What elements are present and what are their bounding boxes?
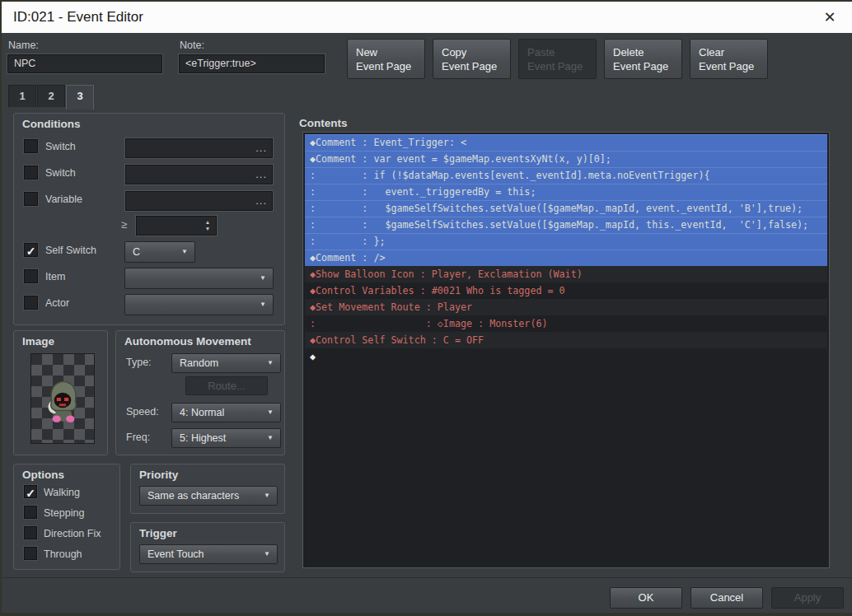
new-event-page-button[interactable]: New Event Page [347, 39, 425, 79]
event-command-row[interactable]: ◆Show Balloon Icon : Player, Exclamation… [305, 266, 827, 282]
movement-speed-select[interactable]: 4: Normal ▼ [171, 403, 281, 422]
name-input[interactable]: NPC [7, 54, 163, 74]
ellipsis-icon[interactable]: ... [255, 191, 267, 210]
ellipsis-icon[interactable]: ... [255, 138, 267, 157]
variable-label: Variable [45, 194, 82, 205]
window-title: ID:021 - Event Editor [13, 2, 143, 33]
button-label: Event Page [613, 60, 668, 72]
event-command-row[interactable]: ◆Comment : /> [305, 250, 827, 266]
button-label: Event Page [527, 60, 583, 72]
event-command-row[interactable]: : : event._triggeredBy = this; [305, 184, 827, 200]
options-group: Options Walking Stepping Direction Fix T… [13, 464, 120, 570]
button-label: Paste [527, 46, 555, 58]
event-command-list[interactable]: ◆Comment : Event_Trigger: < ◆Comment : v… [302, 132, 830, 568]
event-command-row[interactable]: : : }; [305, 233, 827, 250]
priority-title: Priority [139, 469, 178, 481]
spin-up-icon[interactable]: ▲ [205, 219, 210, 226]
actor-checkbox[interactable] [24, 296, 38, 310]
button-label: New [356, 46, 377, 58]
button-label: Event Page [356, 60, 411, 72]
spinner-arrows[interactable]: ▲ ▼ [203, 217, 213, 234]
note-input[interactable]: <eTrigger:true> [178, 54, 325, 74]
trigger-title: Trigger [139, 527, 177, 539]
button-label: Clear [699, 46, 724, 58]
route-button: Route... [185, 376, 268, 395]
event-command-row[interactable]: ◆Set Movement Route : Player [305, 299, 827, 315]
event-command-row[interactable]: ◆ [305, 348, 827, 365]
button-label: Event Page [442, 60, 497, 72]
event-command-row[interactable]: : : $gameSelfSwitches.setValue([$gameMap… [305, 217, 827, 233]
through-label: Through [44, 548, 82, 560]
chevron-down-icon: ▼ [267, 354, 274, 372]
switch1-label: Switch [45, 141, 76, 152]
item-checkbox[interactable] [24, 269, 38, 283]
self-switch-value: C [133, 246, 140, 258]
conditions-group: Conditions Switch ... Switch ... Variabl… [13, 113, 285, 325]
screen: ID:021 - Event Editor ✕ Name: NPC Note: … [0, 0, 852, 616]
event-command-row[interactable]: ◆Control Self Switch : C = OFF [305, 332, 827, 348]
event-command-row[interactable]: ◆Control Variables : #0021 Who is tagged… [305, 282, 827, 299]
chevron-down-icon: ▼ [267, 429, 274, 447]
movement-freq-select[interactable]: 5: Highest ▼ [171, 428, 281, 448]
copy-event-page-button[interactable]: Copy Event Page [433, 39, 511, 79]
item-select[interactable]: ▼ [124, 268, 274, 289]
npc-sprite-image [41, 372, 84, 427]
event-image-picker[interactable] [30, 353, 95, 444]
trigger-select[interactable]: Event Touch ▼ [139, 544, 278, 564]
tab-page-2[interactable]: 2 [37, 85, 65, 107]
movement-type-select[interactable]: Random ▼ [171, 353, 281, 373]
trigger-group: Trigger Event Touch ▼ [130, 522, 285, 572]
gte-operator: ≥ [121, 218, 127, 231]
variable-checkbox[interactable] [24, 192, 38, 206]
button-label: Delete [613, 46, 644, 58]
event-editor-window: ID:021 - Event Editor ✕ Name: NPC Note: … [2, 2, 852, 613]
clear-event-page-button[interactable]: Clear Event Page [690, 39, 768, 79]
freq-label: Freq: [126, 432, 150, 443]
switch2-label: Switch [45, 167, 76, 179]
event-command-row[interactable]: : : $gameSelfSwitches.setValue([$gameMap… [305, 200, 827, 217]
self-switch-checkbox[interactable] [24, 243, 38, 257]
titlebar[interactable]: ID:021 - Event Editor ✕ [2, 2, 852, 33]
walking-checkbox[interactable] [24, 485, 37, 498]
movement-type-value: Random [180, 357, 218, 369]
tab-page-1[interactable]: 1 [8, 85, 36, 107]
contents-title: Contents [299, 117, 348, 129]
stepping-checkbox[interactable] [24, 506, 37, 519]
options-title: Options [22, 469, 64, 481]
through-checkbox[interactable] [24, 547, 37, 560]
close-icon[interactable]: ✕ [816, 2, 844, 33]
switch2-checkbox[interactable] [24, 166, 38, 180]
cancel-button[interactable]: Cancel [690, 587, 763, 609]
chevron-down-icon: ▼ [260, 268, 266, 288]
chevron-down-icon: ▼ [260, 295, 266, 315]
type-label: Type: [126, 357, 152, 368]
button-label: Event Page [699, 60, 754, 72]
direction-fix-checkbox[interactable] [24, 526, 37, 539]
image-group: Image [13, 330, 108, 455]
variable-input[interactable]: ... [124, 190, 274, 212]
priority-select[interactable]: Same as characters ▼ [139, 486, 278, 506]
speed-label: Speed: [126, 406, 159, 418]
switch1-checkbox[interactable] [24, 139, 38, 153]
variable-amount-spinner[interactable]: ▲ ▼ [135, 215, 218, 236]
walking-label: Walking [44, 487, 80, 498]
switch2-input[interactable]: ... [124, 164, 274, 185]
self-switch-label: Self Switch [45, 245, 96, 256]
event-command-row[interactable]: : : ◇Image : Monster(6) [305, 315, 827, 332]
spin-down-icon[interactable]: ▼ [205, 226, 210, 232]
event-command-row[interactable]: ◆Comment : var event = $gameMap.eventsXy… [305, 151, 827, 167]
self-switch-select[interactable]: C ▼ [124, 241, 195, 263]
ok-button[interactable]: OK [610, 587, 682, 609]
switch1-input[interactable]: ... [124, 138, 274, 159]
direction-fix-label: Direction Fix [44, 528, 101, 539]
tab-page-3[interactable]: 3 [66, 85, 94, 110]
ellipsis-icon[interactable]: ... [255, 165, 267, 184]
actor-select[interactable]: ▼ [124, 294, 274, 315]
apply-button: Apply [771, 587, 844, 609]
name-label: Name: [8, 40, 39, 51]
delete-event-page-button[interactable]: Delete Event Page [604, 39, 682, 79]
paste-event-page-button: Paste Event Page [518, 39, 597, 79]
footer-divider [2, 577, 852, 578]
event-command-row[interactable]: ◆Comment : Event_Trigger: < [305, 134, 827, 151]
event-command-row[interactable]: : : if (!$dataMap.events[event._eventId]… [305, 167, 827, 184]
